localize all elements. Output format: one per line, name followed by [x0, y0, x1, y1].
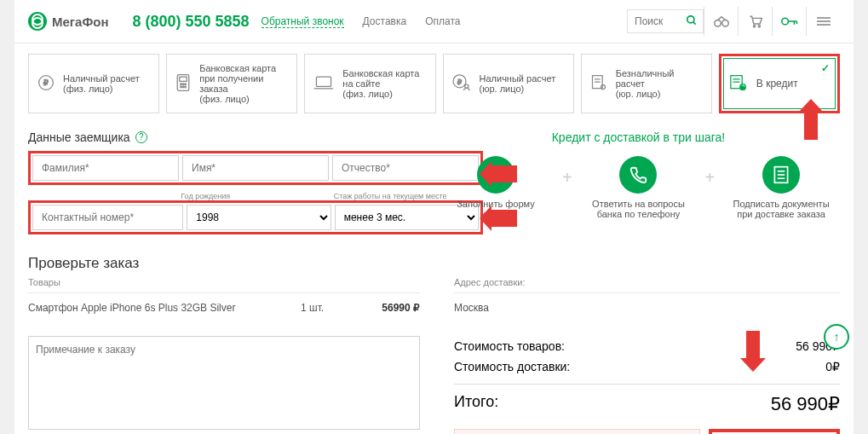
compare-icon[interactable]: [704, 7, 738, 36]
terminal-icon: [175, 73, 191, 94]
svg-line-1: [693, 22, 696, 25]
credit-steps: ← Заполнить форму слева + Ответить на во…: [437, 151, 840, 219]
svg-point-2: [714, 20, 721, 27]
birth-year-label: Год рождения: [181, 192, 330, 200]
validation-warning: ⓘ Вы не заполнили E-mail покупателя, Вы …: [454, 429, 700, 434]
annotation-arrow-up: [804, 111, 818, 140]
nav-delivery[interactable]: Доставка: [363, 15, 407, 27]
logo[interactable]: МегаФон: [28, 12, 108, 31]
search-box[interactable]: [627, 9, 704, 33]
svg-point-17: [181, 84, 182, 85]
payment-cash-ind[interactable]: ₽ Наличный расчет(физ. лицо): [28, 54, 159, 113]
ruble-icon: ₽: [37, 74, 55, 93]
order-item-row: Смартфон Apple iPhone 6s Plus 32GB Silve…: [28, 297, 420, 319]
phone-number: 8 (800) 550 5858: [132, 13, 249, 31]
payment-card-delivery[interactable]: Банковская карта при получении заказа(фи…: [166, 54, 297, 113]
payment-cash-biz[interactable]: ₽ Наличный расчет(юр. лицо): [443, 54, 574, 113]
borrower-title: Данные заемщика ?: [28, 124, 420, 151]
svg-rect-23: [317, 77, 331, 86]
menu-icon[interactable]: [806, 7, 840, 36]
svg-point-5: [758, 26, 760, 27]
payment-card-site[interactable]: Банковская карта на сайте(физ. лицо): [304, 54, 435, 113]
payment-methods: ₽ Наличный расчет(физ. лицо) Банковская …: [14, 43, 854, 124]
svg-rect-16: [180, 77, 187, 81]
year-select[interactable]: 1998: [187, 205, 331, 230]
total-row: Итого: 56 990₽: [454, 384, 840, 419]
logo-icon: [28, 12, 47, 31]
svg-point-31: [601, 85, 605, 90]
svg-text:₽: ₽: [43, 78, 49, 87]
nav-payment[interactable]: Оплата: [425, 15, 460, 27]
header: МегаФон 8 (800) 550 5858 Обратный звонок…: [14, 0, 854, 43]
callback-link[interactable]: Обратный звонок: [262, 15, 344, 28]
plus-icon: +: [704, 168, 715, 188]
svg-point-20: [181, 86, 182, 88]
svg-point-27: [464, 84, 468, 88]
scroll-top-button[interactable]: ↑: [824, 324, 849, 350]
annotation-arrow-down: [746, 331, 760, 360]
payment-transfer-biz[interactable]: Безналичный расчет(юр. лицо): [581, 54, 712, 113]
item-qty: 1 шт.: [301, 302, 352, 314]
plus-icon: +: [562, 168, 572, 188]
svg-point-22: [185, 86, 187, 88]
svg-point-0: [687, 16, 694, 23]
login-icon[interactable]: [772, 7, 806, 36]
svg-point-21: [182, 86, 184, 88]
ruble-person-icon: ₽: [452, 74, 471, 93]
step3-icon: [762, 156, 800, 194]
info-icon[interactable]: ?: [135, 131, 147, 143]
svg-text:%: %: [740, 84, 744, 90]
contact-input[interactable]: [32, 205, 183, 230]
step3-label: Подписать документы при доставке заказа: [730, 199, 832, 219]
credit-steps-title: Кредит с доставкой в три шага!: [437, 124, 840, 151]
brand-name: МегаФон: [52, 14, 108, 29]
address-value: Москва: [454, 297, 840, 319]
svg-point-18: [182, 84, 184, 85]
shipping-cost-row: Стоимость доставки: 0₽: [454, 356, 840, 377]
step2-label: Ответить на вопросы банка по телефону: [587, 199, 689, 219]
goods-label: Товары: [28, 277, 420, 292]
surname-input[interactable]: [32, 155, 179, 181]
annotation-arrow: [490, 165, 517, 182]
annotation-arrow: [490, 210, 517, 227]
credit-icon: %: [729, 74, 748, 94]
item-price: 56990: [382, 302, 410, 314]
svg-point-3: [721, 20, 728, 27]
address-label: Адрес доставки:: [454, 277, 840, 292]
goods-cost-row: Стоимость товаров: 56 990₽: [454, 336, 840, 356]
name-input[interactable]: [182, 155, 329, 181]
item-name: Смартфон Apple iPhone 6s Plus 32GB Silve…: [28, 302, 301, 314]
check-order-title: Проверьте заказ: [28, 241, 840, 277]
cart-icon[interactable]: [738, 7, 772, 36]
invoice-icon: [590, 74, 607, 93]
svg-point-19: [185, 84, 187, 85]
svg-point-6: [781, 18, 788, 25]
step2-icon: [619, 156, 657, 194]
search-icon[interactable]: [686, 14, 698, 30]
order-note[interactable]: [28, 336, 420, 430]
svg-text:₽: ₽: [457, 78, 462, 86]
laptop-icon: [313, 75, 334, 92]
svg-point-4: [753, 26, 755, 27]
